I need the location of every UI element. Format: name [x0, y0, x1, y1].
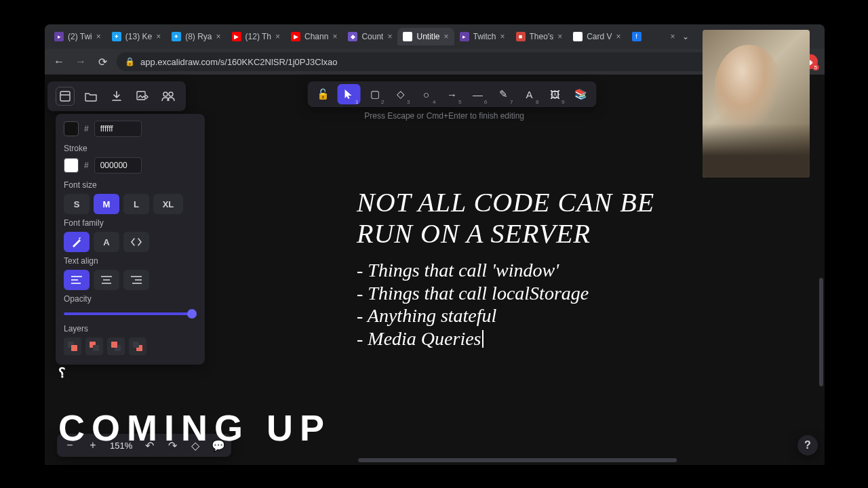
- layers-section-label: Layers: [64, 324, 197, 333]
- stroke-swatch[interactable]: [64, 158, 79, 173]
- fill-hex-input[interactable]: [94, 121, 142, 137]
- tool-arrow[interactable]: →5: [441, 84, 464, 104]
- bring-forward-button[interactable]: [107, 338, 125, 355]
- favicon-icon: ▸: [460, 32, 469, 41]
- bullet-line: - Things that call 'window': [357, 259, 654, 282]
- back-button[interactable]: ←: [52, 54, 66, 69]
- tab-label: Theo's: [530, 32, 554, 41]
- heading-line-1: NOT ALL CODE CAN BE: [357, 187, 654, 218]
- browser-tab[interactable]: ■Theo's×: [511, 28, 568, 45]
- favicon-icon: f: [632, 32, 642, 41]
- overlay-coming-up: COMING UP: [58, 407, 331, 449]
- canvas-bullet-list: - Things that call 'window'- Things that…: [357, 259, 654, 350]
- menu-button[interactable]: [56, 87, 75, 106]
- layers-row: [64, 338, 197, 355]
- fill-swatch[interactable]: [64, 121, 79, 136]
- font-size-row: SMLXL: [64, 194, 197, 214]
- tab-label: Card V: [587, 32, 612, 41]
- stroke-hex-input[interactable]: [94, 157, 142, 174]
- export-image-icon[interactable]: [133, 87, 152, 106]
- tool-line[interactable]: —6: [467, 84, 490, 104]
- align-center-button[interactable]: [94, 270, 119, 290]
- tool-diamond[interactable]: ◇3: [389, 84, 412, 104]
- canvas-text-block[interactable]: NOT ALL CODE CAN BE RUN ON A SERVER - Th…: [357, 187, 654, 350]
- close-tab-icon[interactable]: ×: [156, 32, 161, 41]
- reload-button[interactable]: ⟳: [95, 54, 110, 69]
- opacity-slider[interactable]: [64, 308, 197, 320]
- tab-overflow-icon[interactable]: ⌄: [681, 32, 690, 41]
- close-tab-icon[interactable]: ×: [216, 32, 221, 41]
- tool-select[interactable]: 1: [338, 84, 361, 104]
- help-button[interactable]: ?: [797, 435, 818, 455]
- font-normal-button[interactable]: A: [94, 232, 119, 252]
- bullet-line: - Media Queries: [357, 327, 654, 350]
- webcam-overlay: [703, 30, 810, 178]
- top-left-menu: [47, 81, 186, 111]
- browser-tab[interactable]: ▸Twitch×: [454, 28, 511, 45]
- close-tab-icon[interactable]: ×: [500, 32, 505, 41]
- tool-bar: 🔓1▢2◇3○4→5—6✎7A8🖼9📚: [308, 81, 597, 107]
- vertical-scrollbar[interactable]: [819, 278, 823, 386]
- svg-point-3: [163, 92, 167, 96]
- close-tab-icon[interactable]: ×: [616, 32, 621, 41]
- opacity-section-label: Opacity: [64, 294, 197, 304]
- align-right-button[interactable]: [123, 270, 149, 290]
- favicon-icon: ◆: [348, 32, 357, 41]
- svg-point-4: [169, 92, 173, 96]
- heading-line-2: RUN ON A SERVER: [357, 218, 654, 249]
- close-tab-icon[interactable]: ×: [275, 32, 280, 41]
- url-text: app.excalidraw.com/s/160KKC2NlSR/1j0PJ3C…: [140, 57, 337, 67]
- browser-tab[interactable]: ▶Chann×: [285, 28, 342, 45]
- svg-rect-0: [60, 92, 70, 101]
- fontsize-section-label: Font size: [64, 180, 197, 190]
- open-icon[interactable]: [81, 87, 100, 106]
- text-cursor: [482, 330, 484, 348]
- address-bar[interactable]: 🔒 app.excalidraw.com/s/160KKC2NlSR/1j0PJ…: [117, 52, 715, 71]
- hash-label: #: [84, 124, 89, 134]
- fontsize-l-button[interactable]: L: [123, 194, 149, 214]
- font-code-button[interactable]: [123, 232, 149, 252]
- close-tab-icon[interactable]: ×: [557, 32, 562, 41]
- browser-tab[interactable]: ✦(8) Rya×: [166, 28, 226, 45]
- close-tab-icon[interactable]: ×: [671, 32, 675, 41]
- send-backward-button[interactable]: [85, 338, 103, 355]
- send-to-back-button[interactable]: [64, 338, 81, 355]
- bring-to-front-button[interactable]: [129, 338, 146, 355]
- tool-image[interactable]: 🖼9: [544, 84, 567, 104]
- font-handdrawn-button[interactable]: [64, 232, 90, 252]
- close-tab-icon[interactable]: ×: [387, 32, 392, 41]
- tool-draw[interactable]: ✎7: [492, 84, 515, 104]
- favicon-icon: ✦: [112, 32, 121, 41]
- browser-tab[interactable]: ✎Untitle×: [397, 28, 454, 45]
- favicon-icon: ■: [516, 32, 526, 41]
- fontsize-s-button[interactable]: S: [64, 194, 90, 214]
- browser-tab[interactable]: ▸(2) Twi×: [49, 28, 106, 45]
- tab-label: (13) Ke: [125, 32, 152, 41]
- download-icon[interactable]: [107, 87, 126, 106]
- favicon-icon: ✎: [403, 32, 412, 41]
- fontsize-xl-button[interactable]: XL: [153, 194, 183, 214]
- close-tab-icon[interactable]: ×: [443, 32, 448, 41]
- horizontal-scrollbar[interactable]: [358, 458, 677, 462]
- close-tab-icon[interactable]: ×: [332, 32, 337, 41]
- fill-color-row: #: [64, 121, 197, 137]
- browser-tab[interactable]: ◆Count×: [342, 28, 397, 45]
- tool-text[interactable]: A8: [518, 84, 541, 104]
- tool-lock[interactable]: 🔓: [312, 84, 335, 104]
- forward-button[interactable]: →: [73, 54, 88, 69]
- close-tab-icon[interactable]: ×: [96, 32, 101, 41]
- tab-label: Twitch: [473, 32, 496, 41]
- fontsize-m-button[interactable]: M: [94, 194, 119, 214]
- browser-tab[interactable]: ✦(13) Ke×: [106, 28, 166, 45]
- browser-tab[interactable]: f×: [627, 28, 681, 45]
- tool-rect[interactable]: ▢2: [363, 84, 387, 104]
- browser-tab[interactable]: ◧Card V×: [568, 28, 626, 45]
- tool-library[interactable]: 📚: [570, 84, 593, 104]
- canvas-heading: NOT ALL CODE CAN BE RUN ON A SERVER: [357, 187, 654, 249]
- collaborate-icon[interactable]: [159, 87, 178, 106]
- align-left-button[interactable]: [64, 270, 90, 290]
- editing-hint: Press Escape or Cmd+Enter to finish edit…: [364, 111, 524, 121]
- browser-tab[interactable]: ▶(12) Th×: [226, 28, 285, 45]
- stroke-color-row: #: [64, 157, 197, 174]
- tool-ellipse[interactable]: ○4: [415, 84, 438, 104]
